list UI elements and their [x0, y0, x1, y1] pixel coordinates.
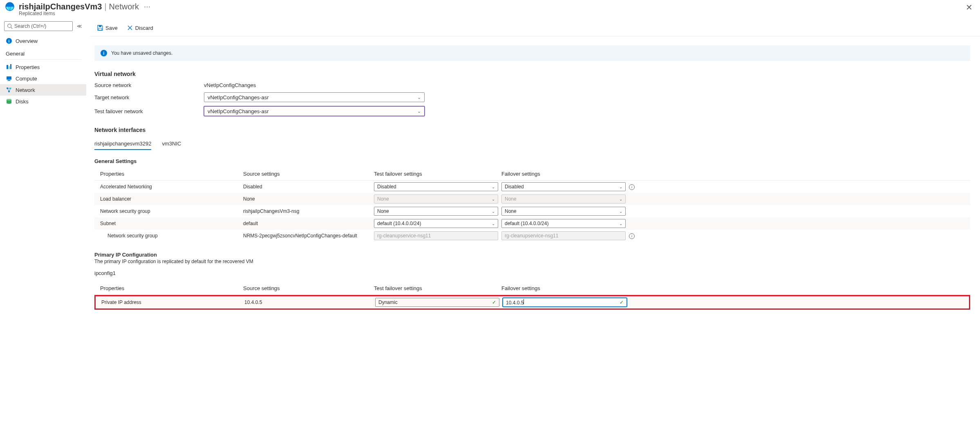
chevron-down-icon: ⌄: [619, 221, 622, 226]
svg-rect-6: [7, 65, 8, 69]
prop-source: 10.4.0.5: [244, 299, 375, 305]
chevron-down-icon: ⌄: [492, 221, 495, 226]
page-header: rishjaiIpChangesVm3 | Network ⋯ ✕: [0, 0, 980, 11]
tfo-network-select[interactable]: vNetIpConfigChanges-asr ⌄: [204, 106, 425, 116]
prop-label: Load balancer: [100, 196, 243, 202]
sidebar-item-compute[interactable]: Compute: [0, 73, 86, 84]
subnet-fo-select[interactable]: default (10.4.0.0/24)⌄: [501, 219, 626, 228]
ipconfig-name: ipconfig1: [94, 270, 970, 276]
prop-label: Network security group: [100, 233, 243, 239]
nic-tabs: rishjaiipchangesvm3292 vm3NIC: [94, 138, 970, 150]
ipconfig-table-header: Properties Source settings Test failover…: [94, 282, 970, 295]
nsg-fo-select[interactable]: None⌄: [501, 207, 626, 216]
sidebar: Search (Ctrl+/) ≪ i Overview General Pro…: [0, 20, 86, 429]
save-label: Save: [105, 25, 118, 31]
col-source: Source settings: [243, 285, 374, 291]
save-button[interactable]: Save: [94, 23, 120, 33]
chevron-down-icon: ⌄: [492, 185, 495, 189]
chevron-down-icon: ⌄: [619, 197, 622, 201]
page-subtitle: Replicated items: [0, 11, 980, 16]
svg-rect-9: [7, 76, 11, 80]
sidebar-item-label: Disks: [16, 98, 29, 105]
resource-icon: [5, 2, 15, 11]
chevron-down-icon: ⌄: [492, 209, 495, 214]
nic-heading: Network interfaces: [94, 127, 970, 133]
accel-tfo-select[interactable]: Disabled⌄: [374, 182, 498, 191]
svg-rect-17: [99, 25, 101, 27]
title-separator: |: [104, 2, 106, 11]
discard-button[interactable]: Discard: [124, 23, 156, 33]
discard-label: Discard: [135, 25, 153, 31]
svg-rect-18: [98, 28, 102, 30]
info-icon[interactable]: i: [629, 233, 635, 239]
text-caret: [524, 299, 524, 304]
sidebar-item-label: Properties: [16, 64, 40, 70]
sidebar-item-overview[interactable]: i Overview: [0, 35, 86, 47]
prop-source: default: [243, 221, 374, 226]
nic-tab-0[interactable]: rishjaiipchangesvm3292: [94, 138, 151, 150]
target-network-label: Target network: [94, 94, 204, 101]
subnet-tfo-select[interactable]: default (10.4.0.0/24)⌄: [374, 219, 498, 228]
accel-fo-select[interactable]: Disabled⌄: [501, 182, 626, 191]
tfo-network-value: vNetIpConfigChanges-asr: [208, 108, 269, 114]
private-ip-fo-input[interactable]: 10.4.0.5 ✓: [503, 298, 627, 307]
tfo-network-label: Test failover network: [94, 108, 204, 114]
info-banner: i You have unsaved changes.: [94, 45, 970, 61]
row-load-balancer: Load balancer None None⌄ None⌄: [94, 193, 970, 205]
disks-icon: [6, 98, 12, 105]
sidebar-item-label: Overview: [16, 38, 38, 44]
col-source: Source settings: [243, 171, 374, 177]
svg-point-2: [8, 24, 11, 28]
sidebar-item-network[interactable]: Network: [0, 84, 86, 96]
general-table-header: Properties Source settings Test failover…: [94, 168, 970, 181]
properties-icon: [6, 64, 12, 70]
snnsg-tfo-input: rg-cleanupservice-nsg11: [374, 231, 498, 240]
source-network-label: Source network: [94, 82, 204, 88]
network-icon: [6, 87, 12, 93]
search-icon: [7, 23, 13, 29]
chevron-down-icon: ⌄: [417, 109, 421, 114]
sidebar-item-properties[interactable]: Properties: [0, 61, 86, 73]
target-network-value: vNetIpConfigChanges-asr: [208, 94, 269, 101]
row-subnet: Subnet default default (10.4.0.0/24)⌄ de…: [94, 217, 970, 230]
prop-label: Subnet: [100, 221, 243, 226]
more-icon[interactable]: ⋯: [144, 3, 150, 11]
svg-text:i: i: [9, 39, 10, 43]
col-tfo: Test failover settings: [374, 171, 501, 177]
info-icon[interactable]: i: [629, 184, 635, 190]
col-properties: Properties: [100, 285, 243, 291]
close-icon[interactable]: ✕: [966, 2, 973, 12]
chevron-down-icon: ⌄: [492, 197, 495, 201]
row-nsg: Network security group rishjaiIpChangesV…: [94, 205, 970, 217]
search-placeholder: Search (Ctrl+/): [14, 23, 46, 29]
lb-fo-select: None⌄: [501, 194, 626, 203]
nsg-tfo-select[interactable]: None⌄: [374, 207, 498, 216]
col-properties: Properties: [100, 171, 243, 177]
compute-icon: [6, 75, 12, 82]
chevron-down-icon: ⌄: [417, 95, 421, 100]
vnet-heading: Virtual network: [94, 71, 970, 77]
prop-source: rishjaiIpChangesVm3-nsg: [243, 208, 374, 214]
row-accelerated-networking: Accelerated Networking Disabled Disabled…: [94, 181, 970, 193]
svg-point-16: [7, 99, 11, 101]
snnsg-fo-input: rg-cleanupservice-nsg11: [501, 231, 626, 240]
save-icon: [97, 25, 103, 31]
chevron-down-icon: ⌄: [619, 209, 622, 214]
ipconfig-desc: The primary IP configuration is replicat…: [94, 259, 970, 264]
nic-tab-1[interactable]: vm3NIC: [162, 138, 181, 150]
check-icon: ✓: [620, 299, 624, 305]
source-network-value: vNetIpConfigChanges: [204, 82, 256, 88]
target-network-select[interactable]: vNetIpConfigChanges-asr ⌄: [204, 92, 425, 102]
col-fo: Failover settings: [501, 171, 629, 177]
sidebar-item-label: Network: [16, 87, 35, 93]
col-fo: Failover settings: [501, 285, 629, 291]
svg-rect-10: [8, 80, 10, 80]
page-title: rishjaiIpChangesVm3: [19, 2, 102, 11]
general-settings-heading: General Settings: [94, 158, 970, 164]
sidebar-item-disks[interactable]: Disks: [0, 96, 86, 107]
prop-source: None: [243, 196, 374, 202]
svg-rect-11: [7, 80, 11, 81]
search-input[interactable]: Search (Ctrl+/): [4, 21, 73, 31]
collapse-sidebar-icon[interactable]: ≪: [77, 23, 82, 29]
private-ip-tfo-select[interactable]: Dynamic ✓: [375, 298, 499, 307]
